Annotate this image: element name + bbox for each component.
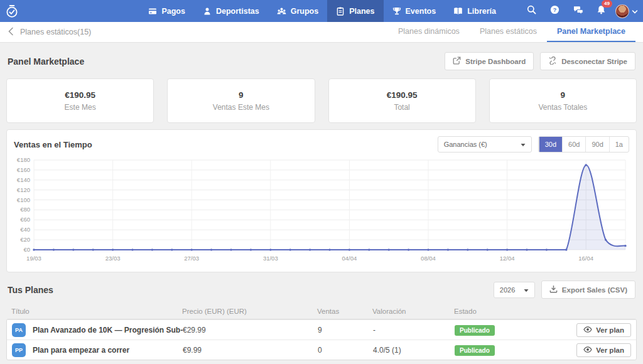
app-logo-icon[interactable] bbox=[5, 4, 19, 18]
svg-text:€80: €80 bbox=[20, 206, 30, 213]
plans-table: PA Plan Avanzado de 10K — Progresión Sub… bbox=[6, 319, 637, 360]
nav-item[interactable]: Pagos bbox=[139, 0, 194, 22]
header-actions: Stripe Dashboard Desconectar Stripe bbox=[445, 52, 635, 70]
svg-text:€20: €20 bbox=[20, 236, 30, 243]
svg-text:€60: €60 bbox=[20, 216, 30, 223]
year-select[interactable]: 2026 bbox=[494, 282, 535, 298]
svg-text:?: ? bbox=[553, 7, 557, 13]
plans-controls: 2026 Export Sales (CSV) bbox=[494, 281, 635, 299]
range-button[interactable]: 60d bbox=[562, 137, 585, 152]
svg-text:23/03: 23/03 bbox=[105, 255, 121, 262]
button-label: Desconectar Stripe bbox=[561, 58, 627, 65]
column-header: Valoración bbox=[372, 308, 454, 315]
tab[interactable]: Panel Marketplace bbox=[547, 22, 635, 42]
caret-down-icon bbox=[521, 141, 526, 148]
avatar bbox=[615, 4, 629, 18]
group-icon bbox=[277, 7, 286, 16]
plan-initials-badge: PA bbox=[12, 323, 26, 337]
svg-text:08/04: 08/04 bbox=[421, 255, 436, 262]
range-button[interactable]: 30d bbox=[539, 137, 562, 152]
tab-label: Planes estáticos bbox=[480, 27, 537, 36]
tab-label: Panel Marketplace bbox=[557, 27, 625, 36]
chart-title: Ventas en el Tiempo bbox=[14, 140, 92, 149]
view-plan-label: Ver plan bbox=[596, 346, 624, 354]
plan-rating: - bbox=[373, 326, 455, 335]
person-icon bbox=[203, 7, 212, 16]
column-header: Estado bbox=[454, 308, 553, 315]
book-icon bbox=[453, 7, 463, 16]
stat-value: €190.95 bbox=[65, 90, 95, 100]
sales-chart-card: Ventas en el Tiempo Ganancias (€) 30d 60… bbox=[6, 129, 637, 272]
nav-item-label: Grupos bbox=[291, 7, 318, 16]
credit-card-icon bbox=[148, 7, 157, 16]
clipboard-icon bbox=[336, 7, 345, 16]
nav-item-label: Pagos bbox=[161, 7, 185, 16]
stat-card: 9 Ventas Este Mes bbox=[167, 78, 315, 123]
plan-price: €29.99 bbox=[183, 326, 318, 335]
stat-value: 9 bbox=[239, 90, 244, 100]
column-header: Precio (EUR) (EUR) bbox=[182, 308, 317, 315]
chart-controls: Ganancias (€) 30d 60d 90d 1a bbox=[438, 136, 629, 153]
view-plan-button[interactable]: Ver plan bbox=[576, 323, 631, 337]
metric-select[interactable]: Ganancias (€) bbox=[438, 136, 532, 153]
stat-label: Ventas Totales bbox=[538, 103, 587, 112]
tab[interactable]: Planes dinámicos bbox=[388, 22, 470, 42]
column-header: Ventas bbox=[317, 308, 372, 315]
svg-text:31/03: 31/03 bbox=[263, 255, 278, 262]
stat-value: €190.95 bbox=[387, 90, 418, 100]
stat-label: Total bbox=[394, 103, 409, 112]
eye-icon bbox=[583, 346, 592, 354]
range-button[interactable]: 90d bbox=[585, 137, 608, 152]
plan-initials-badge: PP bbox=[12, 343, 26, 357]
range-button[interactable]: 1a bbox=[609, 137, 629, 152]
tab[interactable]: Planes estáticos bbox=[470, 22, 547, 42]
caret-down-icon bbox=[524, 286, 529, 294]
header-action-button[interactable]: Stripe Dashboard bbox=[445, 52, 534, 70]
svg-text:€120: €120 bbox=[17, 186, 30, 193]
main-menu: Pagos Deportistas Grupos Planes Eventos bbox=[139, 0, 505, 22]
view-plan-button[interactable]: Ver plan bbox=[576, 343, 631, 357]
header-action-button[interactable]: Desconectar Stripe bbox=[540, 52, 635, 70]
plans-header: Tus Planes 2026 Export Sales (CSV) bbox=[6, 272, 637, 304]
section-tabs: Planes dinámicos Planes estáticos Panel … bbox=[388, 22, 635, 42]
external-link-icon bbox=[453, 56, 461, 66]
metric-select-value: Ganancias (€) bbox=[444, 141, 487, 148]
chat-button[interactable] bbox=[566, 5, 590, 17]
nav-item[interactable]: Eventos bbox=[384, 0, 445, 22]
svg-text:€0: €0 bbox=[23, 246, 30, 253]
plan-title: Plan para empezar a correr bbox=[33, 346, 129, 355]
export-sales-button[interactable]: Export Sales (CSV) bbox=[541, 281, 635, 299]
nav-item-label: Librería bbox=[467, 7, 496, 16]
trophy-icon bbox=[392, 7, 401, 16]
table-row: PP Plan para empezar a correr €9.99 0 4.… bbox=[7, 340, 636, 360]
nav-item-label: Planes bbox=[349, 7, 374, 16]
chat-icon bbox=[573, 5, 583, 17]
breadcrumb: Planes estáticos(15) bbox=[20, 28, 91, 36]
help-icon: ? bbox=[550, 5, 559, 17]
nav-item[interactable]: Grupos bbox=[268, 0, 327, 22]
nav-item[interactable]: Planes bbox=[327, 0, 383, 22]
svg-text:€160: €160 bbox=[17, 166, 30, 173]
stat-value: 9 bbox=[561, 90, 566, 100]
sales-chart: €0€20€40€60€80€100€120€140€160€18019/032… bbox=[14, 155, 629, 267]
nav-item[interactable]: Deportistas bbox=[194, 0, 268, 22]
download-icon bbox=[549, 285, 558, 294]
nav-utility-icons: ? 49 bbox=[520, 4, 638, 18]
back-link[interactable]: Planes estáticos(15) bbox=[8, 22, 91, 42]
eye-icon bbox=[583, 326, 592, 334]
breadcrumb-bar: Planes estáticos(15) Planes dinámicos Pl… bbox=[0, 22, 643, 43]
help-button[interactable]: ? bbox=[543, 5, 566, 17]
range-selector: 30d 60d 90d 1a bbox=[538, 136, 629, 153]
search-button[interactable] bbox=[520, 5, 543, 17]
user-menu[interactable] bbox=[615, 4, 638, 18]
chevron-down-icon bbox=[632, 6, 638, 17]
year-select-value: 2026 bbox=[500, 286, 515, 294]
plan-rating: 4.0/5 (1) bbox=[373, 346, 455, 355]
stat-card: €190.95 Total bbox=[328, 78, 476, 123]
plan-price: €9.99 bbox=[183, 346, 318, 355]
nav-item[interactable]: Librería bbox=[445, 0, 505, 22]
notifications-button[interactable]: 49 bbox=[590, 5, 613, 17]
plan-sales: 0 bbox=[318, 346, 373, 355]
chart-header: Ventas en el Tiempo Ganancias (€) 30d 60… bbox=[14, 136, 629, 153]
back-chevron-icon bbox=[8, 27, 14, 38]
